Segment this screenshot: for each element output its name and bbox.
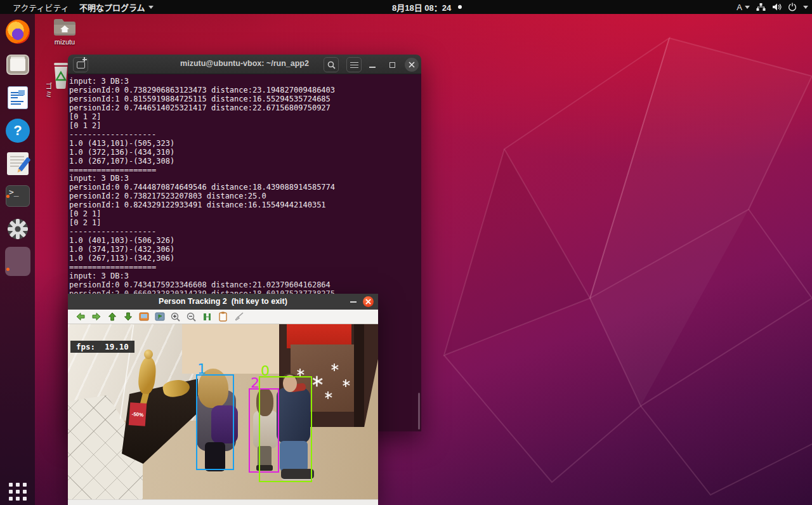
terminal-line: persionId:2 0.7446514025321417 distance:… <box>69 104 421 113</box>
terminal-menu-button[interactable] <box>346 57 362 72</box>
terminal-maximize-button[interactable] <box>384 57 400 72</box>
chevron-down-icon <box>148 6 154 9</box>
tracking-bbox <box>259 376 312 482</box>
properties-button[interactable] <box>215 310 231 324</box>
chevron-down-icon <box>745 6 750 9</box>
show-applications-icon <box>9 483 27 501</box>
clock-button[interactable]: 8月18日 08：24 <box>386 0 468 14</box>
home-icon-label: mizutu <box>51 38 79 46</box>
terminal-line: [0 1 2] <box>69 122 421 131</box>
terminal-line: input: 3 DB:3 <box>69 272 421 281</box>
tracking-titlebar[interactable]: Person Tracking 2 (hit key to exit) <box>68 294 378 310</box>
terminal-output: input: 3 DB:3persionId:0 0.7382906863123… <box>68 74 421 299</box>
libreoffice-writer-icon <box>8 86 28 109</box>
clock-label: 8月18日 08：24 <box>392 1 451 13</box>
tracking-window-title: Person Tracking 2 (hit key to exit) <box>68 297 378 306</box>
brush-icon <box>234 312 244 321</box>
desktop-screen: mizutu ゴミ mizutu@ubuntu-vbox: ~/run_app2 <box>0 0 812 505</box>
search-icon <box>327 61 336 69</box>
pan-right-button[interactable] <box>88 310 104 324</box>
app-menu-button[interactable]: 不明なプログラム <box>73 0 160 14</box>
terminal-line: persionId:0 0.7434175923346608 distance:… <box>69 281 421 290</box>
app-window-icon <box>5 247 30 276</box>
terminal-line: 1.0 (372,136)-(434,310) <box>69 148 421 157</box>
video-frame: -50% <box>68 324 378 499</box>
terminal-line: persionId:1 0.824329122933491 distance:1… <box>69 201 421 210</box>
zoom-out-icon <box>187 312 196 322</box>
dock-item-show-applications[interactable] <box>5 479 30 504</box>
tracking-close-button[interactable] <box>363 296 374 307</box>
notification-dot <box>458 5 462 9</box>
terminal-line: 1.0 (267,113)-(342,306) <box>69 254 421 263</box>
dock-item-settings[interactable] <box>5 216 30 242</box>
dock-item-text-editor[interactable] <box>5 151 30 176</box>
tracking-window: Person Tracking 2 (hit key to exit) <box>68 294 378 505</box>
terminal-line: input: 3 DB:3 <box>69 174 421 183</box>
desktop-icon-home[interactable]: mizutu <box>51 17 79 46</box>
tracking-statusbar <box>68 499 378 505</box>
input-method-label: A <box>737 3 742 12</box>
running-indicator-dot <box>6 195 10 198</box>
activities-button[interactable]: アクティビティ <box>6 0 75 14</box>
help-icon: ? <box>6 119 30 143</box>
close-icon <box>365 299 371 305</box>
tracking-bbox <box>196 374 234 470</box>
gear-icon <box>6 217 30 241</box>
tracking-id-label: 1 <box>197 364 206 374</box>
save-icon <box>202 312 212 322</box>
zoom-x1-button[interactable] <box>136 310 152 324</box>
volume-icon <box>772 3 782 11</box>
firefox-icon <box>6 20 30 44</box>
dock-item-libreoffice-writer[interactable] <box>5 85 30 110</box>
dock-item-files[interactable] <box>5 52 30 77</box>
input-method-indicator[interactable]: A <box>737 3 750 12</box>
dock-item-app-window[interactable] <box>5 246 30 277</box>
terminal-line: 1.0 (401,103)-(506,326) <box>69 237 421 246</box>
zoom-roi-button[interactable] <box>152 310 167 324</box>
terminal-close-button[interactable] <box>405 58 419 72</box>
dock: ? >_ <box>0 14 35 505</box>
pan-up-icon <box>107 312 117 322</box>
terminal-line: [0 2 1] <box>69 219 421 228</box>
terminal-line: persionId:0 0.7382906863123473 distance:… <box>69 86 421 95</box>
terminal-titlebar[interactable]: mizutu@ubuntu-vbox: ~/run_app2 <box>68 55 421 74</box>
pan-up-button[interactable] <box>104 310 120 324</box>
activities-label: アクティビティ <box>13 1 69 13</box>
trash-icon-label: ゴミ <box>43 82 53 99</box>
terminal-line: [0 2 1] <box>69 210 421 219</box>
running-indicator-dot <box>6 268 10 271</box>
zoom-in-button[interactable] <box>167 310 183 324</box>
terminal-line: input: 3 DB:3 <box>69 77 421 86</box>
files-icon <box>6 55 29 75</box>
clipboard-icon <box>219 312 227 322</box>
dock-item-firefox[interactable] <box>5 19 30 44</box>
dock-item-help[interactable]: ? <box>5 118 30 143</box>
zoom-roi-icon <box>155 312 165 321</box>
terminal-line: ------------------- <box>69 228 421 237</box>
dock-item-terminal[interactable]: >_ <box>5 183 30 209</box>
terminal-search-button[interactable] <box>324 57 339 72</box>
terminal-line: persionId:0 0.7444870874649546 distance:… <box>69 183 421 192</box>
pan-down-button[interactable] <box>120 310 136 324</box>
chevron-down-icon <box>803 6 808 9</box>
system-tray[interactable]: A <box>737 0 808 14</box>
terminal-minimize-button[interactable] <box>365 57 380 72</box>
tracking-id-label: 2 <box>251 377 259 388</box>
save-button[interactable] <box>199 310 215 324</box>
app-menu-label: 不明なプログラム <box>79 1 145 13</box>
pan-left-button[interactable] <box>72 310 88 324</box>
power-icon <box>788 3 797 11</box>
tracking-toolbar <box>68 310 378 324</box>
zoom-out-button[interactable] <box>183 310 199 324</box>
topbar: アクティビティ 不明なプログラム 8月18日 08：24 A <box>0 0 812 14</box>
maximize-icon <box>390 62 395 68</box>
terminal-line: persionId:2 0.738217523207803 distance:2… <box>69 192 421 201</box>
pan-right-icon <box>91 312 102 322</box>
home-folder-icon <box>53 17 77 37</box>
tracking-minimize-button[interactable] <box>350 301 357 303</box>
brush-button[interactable] <box>231 310 247 324</box>
tracking-overlay: 120 <box>68 324 378 499</box>
terminal-line: =================== <box>69 166 421 175</box>
terminal-scrollbar[interactable] <box>418 393 420 430</box>
network-icon <box>756 3 766 11</box>
